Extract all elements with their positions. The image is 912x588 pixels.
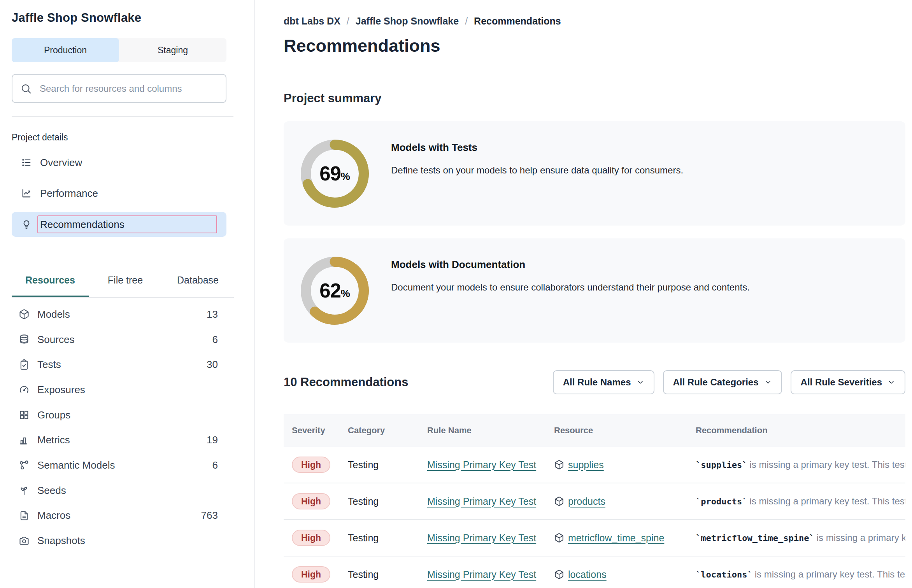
search-box[interactable] <box>12 74 226 103</box>
filters: All Rule Names All Rule Categories All R… <box>553 370 905 394</box>
document-icon <box>19 510 30 521</box>
summary-card-models-with-tests: 69% Models with Tests Define tests on yo… <box>284 121 905 226</box>
resource-count: 13 <box>207 308 218 320</box>
sidebar-item-exposures[interactable]: Exposures <box>12 377 222 402</box>
resource-list: Models 13 Sources 6 Tests 30 Exposures G… <box>12 302 222 553</box>
sidebar-item-models[interactable]: Models 13 <box>12 302 222 327</box>
table-row: High Testing Missing Primary Key Test su… <box>284 447 905 483</box>
sidebar-item-sources[interactable]: Sources 6 <box>12 327 222 352</box>
database-icon <box>19 334 30 345</box>
column-header-recommendation: Recommendation <box>696 425 905 436</box>
resource-label: Models <box>37 308 70 320</box>
category-cell: Testing <box>348 532 379 543</box>
project-summary-heading: Project summary <box>284 91 382 105</box>
resource-count: 19 <box>207 434 218 446</box>
breadcrumb-account[interactable]: dbt Labs DX <box>284 16 340 27</box>
summary-card-models-with-documentation: 62% Models with Documentation Document y… <box>284 238 905 343</box>
donut-percent-label: 69% <box>301 140 369 208</box>
filter-label: All Rule Names <box>563 377 631 388</box>
sidebar: Jaffle Shop Snowflake Production Staging… <box>0 0 255 588</box>
recommendation-code: `products` <box>696 497 747 506</box>
cube-icon <box>554 533 564 543</box>
breadcrumb-separator: / <box>465 16 468 27</box>
resource-count: 6 <box>212 334 218 346</box>
filter-label: All Rule Severities <box>801 377 882 388</box>
recommendation-text: is missing a primary key test. This test <box>749 496 905 506</box>
percent-sign: % <box>341 171 350 183</box>
resource-view-tabs: Resources File tree Database <box>12 263 234 298</box>
camera-icon <box>19 536 30 546</box>
resource-count: 6 <box>212 459 218 471</box>
resource-link[interactable]: locations <box>568 569 607 580</box>
category-cell: Testing <box>348 496 379 507</box>
chevron-down-icon <box>887 378 895 386</box>
filter-rule-severities-dropdown[interactable]: All Rule Severities <box>791 370 905 394</box>
main-content: dbt Labs DX / Jaffle Shop Snowflake / Re… <box>255 0 912 588</box>
sidebar-item-label: Overview <box>40 157 82 169</box>
grid-icon <box>19 410 30 420</box>
project-details-label: Project details <box>12 132 68 143</box>
breadcrumb-project[interactable]: Jaffle Shop Snowflake <box>356 16 459 27</box>
chevron-down-icon <box>764 378 772 386</box>
performance-chart-icon <box>21 188 32 199</box>
sidebar-item-label: Performance <box>40 187 98 200</box>
tab-resources[interactable]: Resources <box>12 263 89 297</box>
search-icon <box>20 83 32 94</box>
sidebar-item-groups[interactable]: Groups <box>12 402 222 428</box>
resource-label: Exposures <box>37 384 85 396</box>
tab-database[interactable]: Database <box>162 263 234 297</box>
sidebar-item-macros[interactable]: Macros 763 <box>12 503 222 528</box>
recommendations-table: Severity Category Rule Name Resource Rec… <box>284 414 905 588</box>
sidebar-item-snapshots[interactable]: Snapshots <box>12 528 222 553</box>
sidebar-item-recommendations[interactable]: Recommendations <box>12 212 226 237</box>
sprout-icon <box>19 485 30 496</box>
rule-name-link[interactable]: Missing Primary Key Test <box>427 569 536 580</box>
category-cell: Testing <box>348 459 379 470</box>
resource-link[interactable]: supplies <box>568 459 604 471</box>
card-description: Document your models to ensure collabora… <box>391 282 750 293</box>
percent-value: 62 <box>319 279 341 302</box>
card-title: Models with Documentation <box>391 259 525 271</box>
resource-link[interactable]: products <box>568 496 605 507</box>
recommendation-code: `metricflow_time_spine` <box>696 533 814 543</box>
rule-name-link[interactable]: Missing Primary Key Test <box>427 496 536 507</box>
sidebar-item-tests[interactable]: Tests 30 <box>12 352 222 377</box>
search-input[interactable] <box>40 83 218 94</box>
table-row: High Testing Missing Primary Key Test me… <box>284 520 905 556</box>
sidebar-item-metrics[interactable]: Metrics 19 <box>12 427 222 453</box>
resource-count: 30 <box>207 359 218 371</box>
filter-rule-names-dropdown[interactable]: All Rule Names <box>553 370 654 394</box>
tab-file-tree[interactable]: File tree <box>89 263 162 297</box>
sidebar-item-overview[interactable]: Overview <box>12 150 226 175</box>
tab-staging[interactable]: Staging <box>119 38 226 62</box>
cube-icon <box>554 569 564 579</box>
percent-value: 69 <box>319 162 341 185</box>
recommendations-focus-ring: Recommendations <box>37 215 217 233</box>
breadcrumb-current-page: Recommendations <box>474 16 561 27</box>
donut-percent-label: 62% <box>301 257 369 325</box>
card-description: Define tests on your models to help ensu… <box>391 165 683 176</box>
sidebar-item-semantic-models[interactable]: Semantic Models 6 <box>12 453 222 478</box>
filter-label: All Rule Categories <box>673 377 759 388</box>
resource-count: 763 <box>201 509 218 522</box>
resource-link[interactable]: metricflow_time_spine <box>568 532 664 544</box>
recommendation-text: is missing a primary key test. This test <box>749 459 905 470</box>
rule-name-link[interactable]: Missing Primary Key Test <box>427 459 536 470</box>
tab-production[interactable]: Production <box>12 38 119 62</box>
sidebar-item-seeds[interactable]: Seeds <box>12 478 222 503</box>
recommendation-text: is missing a primary key test <box>817 532 905 543</box>
sidebar-item-performance[interactable]: Performance <box>12 181 226 206</box>
severity-badge: High <box>292 457 330 473</box>
gauge-icon <box>19 384 30 395</box>
rule-name-link[interactable]: Missing Primary Key Test <box>427 532 536 543</box>
breadcrumb-separator: / <box>347 16 349 27</box>
chevron-down-icon <box>637 378 644 386</box>
category-cell: Testing <box>348 569 379 580</box>
filter-rule-categories-dropdown[interactable]: All Rule Categories <box>663 370 782 394</box>
column-header-category: Category <box>348 425 427 436</box>
recommendation-text: is missing a primary key test. This test <box>755 569 905 579</box>
resource-label: Tests <box>37 359 61 371</box>
page-title: Recommendations <box>284 36 440 56</box>
tests-coverage-donut: 69% <box>301 140 369 208</box>
resource-label: Groups <box>37 409 70 421</box>
